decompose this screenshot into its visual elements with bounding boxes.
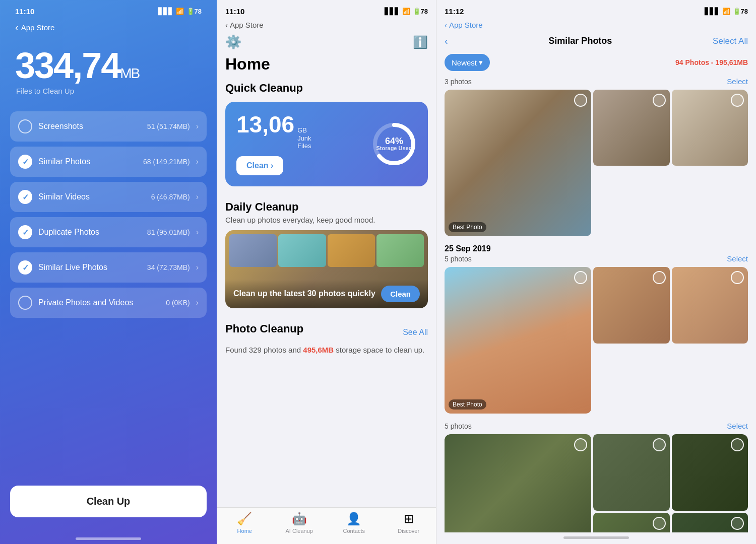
list-item-similar-photos[interactable]: ✓ Similar Photos 68 (149,21MB) › [10,147,207,177]
tab-home[interactable]: 🧹 Home [217,512,272,534]
status-bar-2: 11:10 ▋▋▋ 📶 🔋78 [217,0,436,18]
group1-header: 3 photos Select [445,77,748,86]
contacts-tab-label: Contacts [343,528,365,534]
checkbox-private[interactable] [18,296,32,310]
time-2: 11:10 [225,7,244,16]
date-label-group2: 25 Sep 2019 [445,244,748,253]
select-circle-canyon-main[interactable] [574,271,587,284]
photo-bear-side-2[interactable] [672,434,748,510]
p2-content: Quick Cleanup 13,06 GB Junk Files Clean … [217,82,436,507]
select-circle-bear-s3[interactable] [653,517,666,530]
checkbox-similar-photos[interactable]: ✓ [18,155,32,169]
photo-bear-main[interactable]: Best Photo [445,434,591,532]
p3-nav: ‹ Similar Photos Select All [436,32,756,52]
checkbox-duplicate-photos[interactable]: ✓ [18,225,32,239]
select-circle-ruins-main[interactable] [574,94,587,107]
daily-thumb-3 [328,234,375,267]
photo-ruins-side-1[interactable] [593,90,669,166]
wifi-icon-2: 📶 [402,8,410,15]
see-all-link[interactable]: See All [403,328,428,337]
chevron-icon-similar-live: › [196,263,199,272]
chevron-icon-duplicate: › [196,228,199,237]
photo-group-1: 3 photos Select Best Photo [445,77,748,236]
select-circle-canyon-s2[interactable] [731,271,744,284]
select-circle-bear-s2[interactable] [731,438,744,451]
group1-count: 3 photos [445,78,472,86]
tab-discover[interactable]: ⊞ Discover [382,512,436,534]
p2-header: ⚙️ ℹ️ [217,32,436,55]
signal-icon-2: ▋▋▋ [385,8,400,15]
tab-ai-cleanup[interactable]: 🤖 AI Cleanup [272,512,327,534]
time-3: 11:12 [445,7,464,16]
home-tab-icon: 🧹 [237,512,252,526]
photo-cleanup-description: Found 329 photos and 495,6MB storage spa… [225,346,428,354]
list-item-similar-videos[interactable]: ✓ Similar Videos 6 (46,87MB) › [10,182,207,212]
photo-grid-1: Best Photo [445,90,748,236]
storage-display: 334,74MB Files to Clean Up [10,37,207,100]
daily-cleanup-subtitle: Clean up photos everyday, keep good mood… [225,216,428,224]
qc-number: 13,06 [236,113,294,136]
storage-number: 334,74MB [15,47,202,84]
photo-canyon-side-1[interactable] [593,267,669,343]
qc-clean-button[interactable]: Clean › [236,156,283,175]
app-store-back-3[interactable]: ‹ App Store [436,18,756,32]
discover-tab-icon: ⊞ [404,512,414,526]
signal-icon-3: ▋▋▋ [705,8,720,15]
back-button-3[interactable]: ‹ [445,35,448,47]
photo-ruins-main[interactable]: Best Photo [445,90,591,236]
status-bar-3: 11:12 ▋▋▋ 📶 🔋78 [436,0,756,18]
gear-icon[interactable]: ⚙️ [225,34,241,50]
select-circle-bear-main[interactable] [574,438,587,451]
group2-header: 5 photos Select [445,254,748,263]
items-list: Screenshots 51 (51,74MB) › ✓ Similar Pho… [10,111,207,475]
checkbox-similar-live[interactable]: ✓ [18,260,32,275]
list-item-duplicate-photos[interactable]: ✓ Duplicate Photos 81 (95,01MB) › [10,217,207,247]
photo-bear-side-1[interactable] [593,434,669,510]
group1-select[interactable]: Select [727,77,748,86]
best-photo-badge-2: Best Photo [449,399,486,410]
item-label-similar-videos: Similar Videos [38,192,145,201]
daily-thumb-1 [229,234,277,267]
home-title: Home [217,55,436,82]
photo-bear-side-3[interactable] [593,513,669,532]
group2-count: 5 photos [445,255,472,263]
list-item-private[interactable]: Private Photos and Videos 0 (0KB) › [10,288,207,318]
filter-row: Newest ▾ 94 Photos - 195,61MB [436,52,756,77]
app-store-back-1[interactable]: ‹ App Store [10,18,207,37]
clean-up-button[interactable]: Clean Up [10,486,207,517]
chevron-icon-similar-videos: › [196,192,199,201]
item-label-similar-live: Similar Live Photos [38,263,141,272]
home-indicator-3 [563,536,629,539]
daily-cleanup-title: Daily Cleanup [225,200,428,214]
select-all-button[interactable]: Select All [713,36,748,46]
select-circle-bear-s1[interactable] [653,438,666,451]
app-store-back-2[interactable]: ‹ App Store [217,18,436,32]
daily-clean-button[interactable]: Clean [381,286,420,302]
photo-canyon-side-2[interactable] [672,267,748,343]
select-circle-canyon-s1[interactable] [653,271,666,284]
select-circle-ruins-s1[interactable] [653,94,666,107]
daily-cleanup-card: Clean up the latest 30 photos quickly Cl… [225,230,428,308]
list-item-screenshots[interactable]: Screenshots 51 (51,74MB) › [10,111,207,142]
select-circle-ruins-s2[interactable] [731,94,744,107]
select-circle-bear-s4[interactable] [731,517,744,530]
photo-bear-side-4[interactable] [672,513,748,532]
tab-contacts[interactable]: 👤 Contacts [327,512,382,534]
group3-select[interactable]: Select [727,422,748,430]
photo-ruins-side-2[interactable] [672,90,748,166]
group2-select[interactable]: Select [727,254,748,263]
photo-canyon-main[interactable]: Best Photo [445,267,591,414]
photo-cleanup-title: Photo Cleanup [225,322,303,335]
signal-icon: ▋▋▋ [158,8,173,15]
status-icons-1: ▋▋▋ 📶 🔋78 [158,8,202,15]
photo-count-label: 94 Photos - 195,61MB [675,58,748,66]
info-icon[interactable]: ℹ️ [413,35,428,49]
battery-icon-3: 🔋78 [733,8,748,15]
list-item-similar-live[interactable]: ✓ Similar Live Photos 34 (72,73MB) › [10,252,207,283]
item-size-screenshots: 51 (51,74MB) [147,122,190,130]
photo-grid-3: Best Photo [445,434,748,532]
newest-filter-button[interactable]: Newest ▾ [445,54,490,71]
checkbox-screenshots[interactable] [18,119,32,133]
checkbox-similar-videos[interactable]: ✓ [18,190,32,204]
quick-cleanup-card: 13,06 GB Junk Files Clean › 64% Storage … [225,102,428,186]
